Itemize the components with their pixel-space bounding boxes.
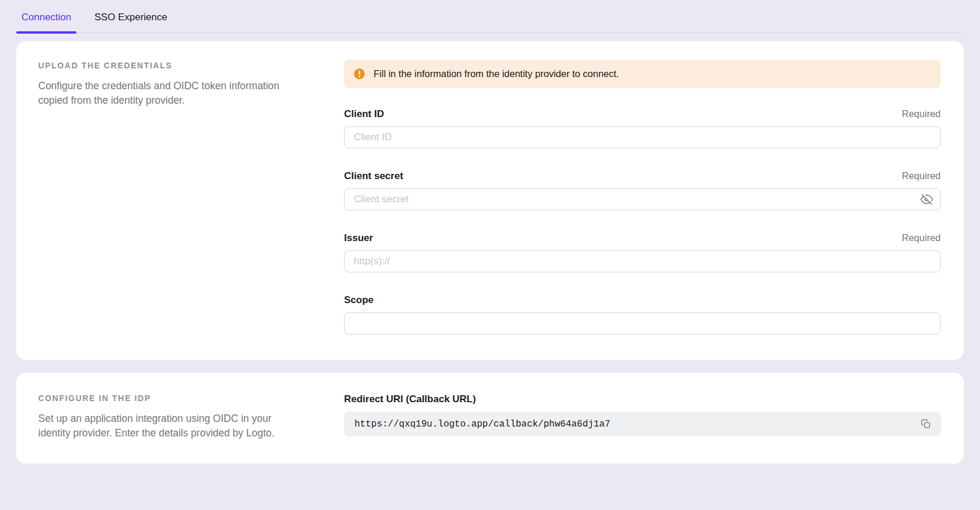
copy-button[interactable] (917, 416, 934, 433)
issuer-input[interactable] (344, 250, 941, 272)
section-title: UPLOAD THE CREDENTIALS (38, 61, 283, 70)
credentials-card-intro: UPLOAD THE CREDENTIALS Configure the cre… (38, 60, 344, 334)
credentials-card: UPLOAD THE CREDENTIALS Configure the cre… (16, 41, 964, 360)
issuer-required-badge: Required (902, 232, 941, 243)
field-issuer: Issuer Required (344, 232, 941, 272)
scope-label: Scope (344, 294, 374, 306)
warning-banner-text: Fill in the information from the identit… (374, 68, 619, 79)
idp-card: CONFIGURE IN THE IDP Set up an applicati… (16, 373, 964, 464)
client-secret-label: Client secret (344, 170, 403, 182)
client-id-required-badge: Required (902, 108, 941, 119)
client-id-input[interactable] (344, 126, 941, 148)
redirect-uri-copy-box: https://qxq19u.logto.app/callback/phw64a… (344, 412, 941, 436)
credentials-form: Fill in the information from the identit… (344, 60, 941, 334)
tab-bar: Connection SSO Experience (16, 0, 964, 33)
field-client-id: Client ID Required (344, 108, 941, 148)
eye-off-icon (920, 193, 933, 206)
client-secret-required-badge: Required (902, 170, 941, 181)
warning-circle-icon (353, 68, 365, 80)
idp-form: Redirect URI (Callback URL) https://qxq1… (344, 392, 941, 440)
section-description: Configure the credentials and OIDC token… (38, 79, 283, 108)
client-secret-input[interactable] (344, 188, 941, 210)
tab-sso-experience[interactable]: SSO Experience (89, 8, 173, 32)
idp-card-intro: CONFIGURE IN THE IDP Set up an applicati… (38, 392, 344, 440)
client-id-label: Client ID (344, 108, 384, 120)
field-client-secret: Client secret Required (344, 170, 941, 210)
toggle-secret-visibility-button[interactable] (918, 191, 935, 208)
scope-input[interactable] (344, 312, 941, 334)
redirect-uri-label: Redirect URI (Callback URL) (344, 394, 941, 405)
issuer-label: Issuer (344, 232, 373, 244)
redirect-uri-value: https://qxq19u.logto.app/callback/phw64a… (354, 419, 917, 429)
warning-banner: Fill in the information from the identit… (344, 60, 941, 88)
tab-connection[interactable]: Connection (16, 8, 76, 32)
field-scope: Scope (344, 294, 941, 334)
copy-icon (921, 419, 931, 429)
section-title: CONFIGURE IN THE IDP (38, 394, 283, 403)
section-description: Set up an application integration using … (38, 411, 283, 440)
